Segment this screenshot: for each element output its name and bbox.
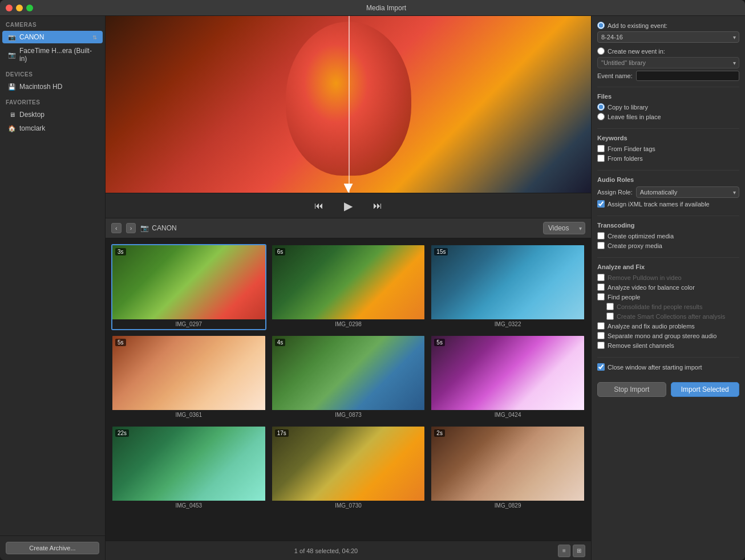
- sidebar-item-tomclark[interactable]: 🏠 tomclark: [2, 122, 103, 135]
- thumbnail-label: IMG_0361: [112, 410, 265, 420]
- browser-toolbar: ‹ › 📷 CANON Videos Photos All Clips: [106, 218, 591, 238]
- table-row[interactable]: 17s IMG_0730: [271, 425, 426, 512]
- remove-pulldown-checkbox[interactable]: [597, 274, 605, 281]
- event-name-input[interactable]: [636, 71, 739, 81]
- untitled-library-wrapper[interactable]: "Untitled" library: [597, 57, 739, 68]
- user-icon: 🏠: [8, 124, 16, 132]
- create-new-event-radio[interactable]: [597, 47, 605, 55]
- camera-icon: 📷: [8, 33, 16, 41]
- thumbnail-image: [272, 427, 425, 501]
- sidebar-item-canon-label: CANON: [19, 33, 44, 41]
- nav-forward-button[interactable]: ›: [126, 223, 136, 233]
- sidebar-item-facetime[interactable]: 📷 FaceTime H...era (Built-in): [2, 44, 103, 65]
- hd-icon: 💾: [8, 83, 16, 91]
- grid-view-button[interactable]: ⊞: [573, 545, 585, 557]
- table-row[interactable]: 6s IMG_0298: [271, 244, 426, 330]
- thumbnail-label: IMG_0298: [272, 319, 425, 329]
- find-people-row: Find people: [597, 293, 739, 301]
- create-new-event-label: Create new event in:: [608, 48, 665, 55]
- sidebar-item-canon[interactable]: 📷 CANON ⇅: [2, 31, 103, 43]
- sidebar-item-desktop[interactable]: 🖥 Desktop: [2, 108, 103, 121]
- leave-files-radio[interactable]: [597, 113, 605, 120]
- playhead-handle[interactable]: [344, 184, 353, 193]
- table-row[interactable]: 5s IMG_0424: [430, 335, 585, 421]
- assign-role-row: Assign Role: Automatically Default: [597, 186, 739, 198]
- create-archive-button[interactable]: Create Archive...: [6, 542, 99, 554]
- list-view-button[interactable]: ≡: [558, 545, 570, 557]
- assign-role-select-wrapper[interactable]: Automatically Default: [636, 186, 739, 198]
- create-optimized-label: Create optimized media: [608, 233, 674, 240]
- separate-mono-checkbox[interactable]: [597, 332, 605, 339]
- audio-roles-section: Audio Roles Assign Role: Automatically D…: [597, 176, 739, 216]
- remove-pulldown-label: Remove Pulldown in video: [608, 274, 682, 281]
- nav-back-button[interactable]: ‹: [111, 223, 122, 233]
- thumbnail-label: IMG_0453: [112, 501, 265, 510]
- copy-to-library-label: Copy to library: [608, 104, 648, 111]
- create-proxy-row: Create proxy media: [597, 242, 739, 249]
- table-row[interactable]: 2s IMG_0829: [430, 425, 585, 512]
- untitled-library-select[interactable]: "Untitled" library: [597, 57, 739, 68]
- create-smart-collections-checkbox[interactable]: [606, 313, 614, 320]
- copy-to-library-radio[interactable]: [597, 103, 605, 111]
- skip-back-button[interactable]: ⏮: [310, 198, 328, 213]
- close-button[interactable]: [6, 5, 13, 11]
- transcoding-section-title: Transcoding: [597, 222, 739, 229]
- create-new-event-row: Create new event in:: [597, 47, 739, 55]
- import-selected-button[interactable]: Import Selected: [671, 382, 740, 397]
- table-row[interactable]: 22s IMG_0453: [111, 425, 266, 512]
- close-window-checkbox[interactable]: [597, 363, 605, 371]
- table-row[interactable]: 5s IMG_0361: [111, 335, 266, 421]
- table-row[interactable]: 4s IMG_0873: [271, 335, 426, 421]
- close-window-row: Close window after starting import: [597, 363, 739, 371]
- skip-forward-button[interactable]: ⏭: [369, 198, 387, 213]
- preview-area[interactable]: [106, 16, 591, 193]
- thumbnail-image: [112, 427, 265, 501]
- analyze-balance-checkbox[interactable]: [597, 283, 605, 291]
- create-optimized-row: Create optimized media: [597, 232, 739, 240]
- minimize-button[interactable]: [16, 5, 23, 11]
- filter-select[interactable]: Videos Photos All Clips: [543, 222, 585, 234]
- assign-ixml-checkbox[interactable]: [597, 200, 605, 208]
- add-to-event-radio[interactable]: [597, 22, 605, 29]
- table-row[interactable]: 15s IMG_0322: [430, 244, 585, 330]
- sidebar-item-macintosh-hd[interactable]: 💾 Macintosh HD: [2, 80, 103, 93]
- fullscreen-button[interactable]: [26, 5, 33, 11]
- from-folders-checkbox[interactable]: [597, 155, 605, 162]
- sidebar-item-tomclark-label: tomclark: [19, 124, 45, 132]
- assign-role-select[interactable]: Automatically Default: [636, 186, 739, 198]
- thumbnail-label: IMG_0424: [431, 410, 584, 420]
- from-folders-label: From folders: [608, 155, 643, 162]
- event-select[interactable]: 8-24-16: [597, 31, 739, 43]
- facetime-icon: 📷: [8, 51, 16, 59]
- event-select-wrapper[interactable]: 8-24-16: [597, 31, 739, 43]
- play-pause-button[interactable]: ▶: [339, 197, 357, 215]
- filter-select-wrapper[interactable]: Videos Photos All Clips: [543, 222, 585, 234]
- from-finder-tags-label: From Finder tags: [608, 145, 655, 152]
- find-people-label: Find people: [608, 294, 641, 301]
- create-optimized-checkbox[interactable]: [597, 232, 605, 240]
- add-to-event-section: Add to existing event: 8-24-16 Create ne…: [597, 22, 739, 87]
- keywords-section-title: Keywords: [597, 135, 739, 141]
- consolidate-find-checkbox[interactable]: [606, 303, 614, 310]
- create-proxy-checkbox[interactable]: [597, 242, 605, 249]
- analyze-audio-checkbox[interactable]: [597, 322, 605, 330]
- camera-name-label: CANON: [152, 224, 176, 232]
- analyze-fix-section-title: Analyze and Fix: [597, 263, 739, 270]
- table-row[interactable]: 3s IMG_0297: [111, 244, 266, 330]
- thumbnail-image: [272, 245, 425, 319]
- from-finder-tags-checkbox[interactable]: [597, 145, 605, 152]
- thumbnail-image: [112, 245, 265, 319]
- close-window-label: Close window after starting import: [608, 364, 702, 371]
- from-folders-row: From folders: [597, 155, 739, 162]
- main-layout: CAMERAS 📷 CANON ⇅ 📷 FaceTime H...era (Bu…: [0, 16, 745, 560]
- assign-ixml-row: Assign iXML track names if available: [597, 200, 739, 208]
- thumbnail-duration: 22s: [115, 429, 129, 437]
- thumbnail-duration: 5s: [434, 339, 445, 346]
- cameras-section-label: CAMERAS: [0, 16, 105, 30]
- create-smart-collections-label: Create Smart Collections after analysis: [617, 313, 725, 320]
- consolidate-find-row: Consolidate find people results: [597, 303, 739, 310]
- find-people-checkbox[interactable]: [597, 293, 605, 301]
- remove-silent-checkbox[interactable]: [597, 342, 605, 349]
- stop-import-button[interactable]: Stop Import: [597, 382, 666, 397]
- remove-silent-row: Remove silent channels: [597, 342, 739, 349]
